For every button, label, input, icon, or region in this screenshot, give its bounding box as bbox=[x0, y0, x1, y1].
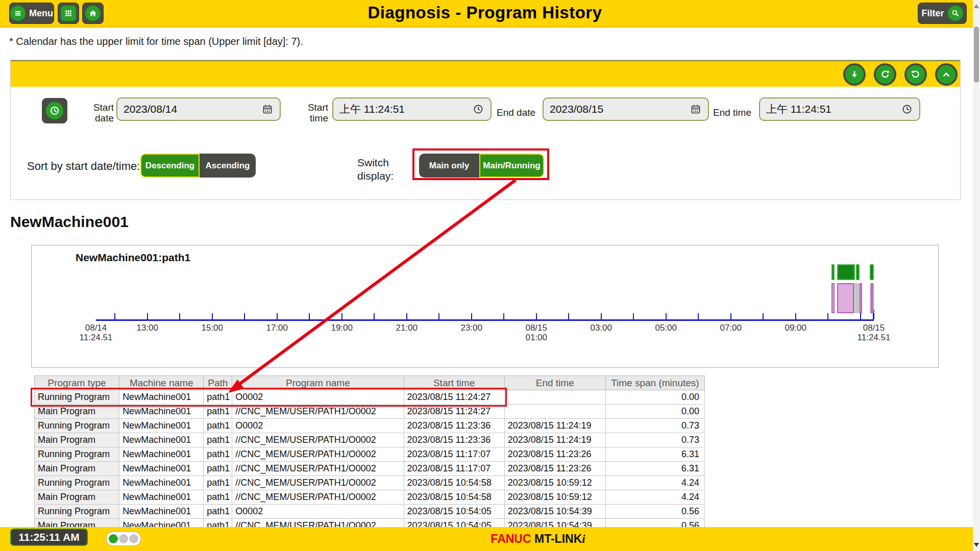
table-cell: Running Program bbox=[35, 419, 119, 433]
table-cell: 0.56 bbox=[605, 505, 704, 519]
clock-icon[interactable] bbox=[901, 103, 913, 115]
calendar-icon[interactable] bbox=[690, 103, 702, 115]
table-cell: NewMachine001 bbox=[119, 433, 204, 447]
table-cell: //CNC_MEM/USER/PATH1/O0002 bbox=[232, 405, 404, 419]
chart-axis-tick bbox=[179, 313, 180, 319]
home-button[interactable] bbox=[82, 3, 104, 24]
scrollbar-thumb[interactable] bbox=[974, 27, 979, 83]
time-range-button[interactable] bbox=[42, 98, 67, 123]
ascending-button-label: Ascending bbox=[206, 161, 250, 171]
history-chart-panel: NewMachine001:path1 08/14 11:24.5113:001… bbox=[31, 245, 939, 368]
table-cell: NewMachine001 bbox=[119, 419, 204, 433]
table-cell: NewMachine001 bbox=[119, 505, 204, 519]
end-date-label: End date bbox=[497, 107, 535, 118]
table-cell: 2023/08/15 11:24:27 bbox=[404, 390, 504, 405]
chart-axis-label: 13:00 bbox=[136, 323, 158, 333]
chart-axis-tick bbox=[341, 313, 342, 319]
descending-button[interactable]: Descending bbox=[140, 154, 200, 178]
table-cell: 2023/08/15 10:54:39 bbox=[504, 505, 605, 519]
status-light-gray bbox=[119, 534, 128, 543]
table-cell: Main Program bbox=[35, 462, 119, 476]
main-running-button-label: Main/Running bbox=[483, 161, 540, 171]
table-cell: //CNC_MEM/USER/PATH1/O0002 bbox=[232, 476, 404, 490]
table-cell bbox=[504, 390, 605, 405]
table-cell: 2023/08/15 11:23:26 bbox=[504, 447, 605, 462]
switch-display-label: Switch display: bbox=[357, 156, 406, 183]
table-cell: 2023/08/15 11:23:36 bbox=[404, 433, 504, 447]
chart-axis-tick bbox=[698, 313, 699, 319]
table-cell: path1 bbox=[204, 505, 232, 519]
chart-axis-tick bbox=[633, 313, 634, 319]
chart-axis-tick bbox=[601, 313, 602, 319]
table-cell: 0.73 bbox=[605, 433, 704, 447]
chart-axis-label: 08/15 01:00 bbox=[525, 323, 547, 342]
refresh-button[interactable] bbox=[904, 63, 927, 86]
table-cell: 0.00 bbox=[605, 405, 704, 419]
table-cell: 2023/08/15 11:17:07 bbox=[404, 447, 504, 462]
table-cell: Main Program bbox=[35, 433, 119, 447]
clock-icon[interactable] bbox=[472, 103, 484, 115]
download-arrow-icon bbox=[849, 69, 860, 80]
chart-axis-label: 19:00 bbox=[331, 323, 353, 333]
vertical-scrollbar[interactable] bbox=[973, 0, 980, 551]
download-button[interactable] bbox=[843, 63, 866, 86]
table-cell bbox=[504, 405, 605, 419]
table-cell: 2023/08/15 10:54:58 bbox=[404, 490, 504, 505]
footer-bar: 11:25:11 AM FANUC MT-LINKi bbox=[0, 527, 980, 551]
table-row: Main ProgramNewMachine001path1//CNC_MEM/… bbox=[35, 433, 705, 447]
end-date-field[interactable]: 2023/08/15 bbox=[543, 97, 709, 121]
start-date-field[interactable]: 2023/08/14 bbox=[116, 97, 281, 121]
start-time-label: Start time bbox=[292, 102, 328, 123]
collapse-button[interactable] bbox=[935, 63, 958, 86]
rotate-cw-icon bbox=[910, 69, 921, 80]
calendar-icon[interactable] bbox=[261, 103, 274, 115]
search-icon bbox=[948, 6, 963, 21]
calendar-limit-note: * Calendar has the upper limit for time … bbox=[9, 36, 303, 47]
scroll-up-button[interactable] bbox=[974, 4, 979, 8]
main-program-bar bbox=[860, 283, 862, 313]
descending-button-label: Descending bbox=[145, 161, 194, 171]
main-only-button[interactable]: Main only bbox=[419, 154, 479, 178]
filter-panel: Start date 2023/08/14 Start time 上午 11:2… bbox=[10, 60, 961, 200]
apps-grid-button[interactable] bbox=[58, 3, 79, 24]
main-running-button[interactable]: Main/Running bbox=[479, 154, 544, 178]
status-light-green bbox=[109, 534, 118, 543]
table-cell: Running Program bbox=[35, 505, 119, 519]
filter-button[interactable]: Filter bbox=[918, 3, 967, 24]
chart-axis-tick bbox=[730, 313, 731, 319]
table-cell: 6.31 bbox=[605, 462, 704, 476]
table-cell: path1 bbox=[204, 419, 232, 433]
chart-axis-tick bbox=[860, 313, 861, 319]
chart-axis-tick bbox=[406, 313, 407, 319]
chart-axis-label: 08/15 11:24.51 bbox=[857, 323, 891, 342]
table-header-cell: Time span (minutes) bbox=[605, 376, 704, 390]
start-date-label: Start date bbox=[72, 102, 114, 123]
clock-badge: 11:25:11 AM bbox=[10, 529, 88, 546]
ascending-button[interactable]: Ascending bbox=[200, 154, 256, 178]
scroll-down-button[interactable] bbox=[974, 543, 979, 547]
table-header-cell: Start time bbox=[404, 376, 504, 390]
chart-axis-label: 17:00 bbox=[266, 323, 288, 333]
grid-icon bbox=[61, 6, 76, 21]
running-program-bar bbox=[837, 264, 855, 280]
table-header-cell: Path bbox=[204, 376, 232, 390]
menu-button[interactable]: Menu bbox=[9, 3, 54, 24]
table-cell: 2023/08/15 11:23:36 bbox=[404, 419, 504, 433]
end-time-field[interactable]: 上午 11:24:51 bbox=[759, 97, 920, 121]
filter-button-label: Filter bbox=[921, 8, 944, 19]
table-cell: path1 bbox=[204, 390, 232, 405]
table-cell: 6.31 bbox=[605, 447, 704, 462]
table-header-row: Program typeMachine namePathProgram name… bbox=[35, 376, 705, 390]
table-cell: O0002 bbox=[232, 419, 404, 433]
table-cell: NewMachine001 bbox=[119, 490, 204, 505]
page-title: Diagnosis - Program History bbox=[0, 3, 970, 22]
chart-axis-tick bbox=[244, 313, 245, 319]
table-cell: path1 bbox=[204, 433, 232, 447]
rotate-ccw-icon bbox=[879, 69, 891, 80]
chart-axis-tick bbox=[471, 313, 472, 319]
start-time-field[interactable]: 上午 11:24:51 bbox=[332, 97, 492, 121]
filter-panel-toolbar bbox=[11, 60, 960, 87]
chart-axis-tick bbox=[147, 313, 148, 319]
sync-button[interactable] bbox=[874, 63, 896, 86]
table-row: Main ProgramNewMachine001path1//CNC_MEM/… bbox=[35, 462, 705, 476]
